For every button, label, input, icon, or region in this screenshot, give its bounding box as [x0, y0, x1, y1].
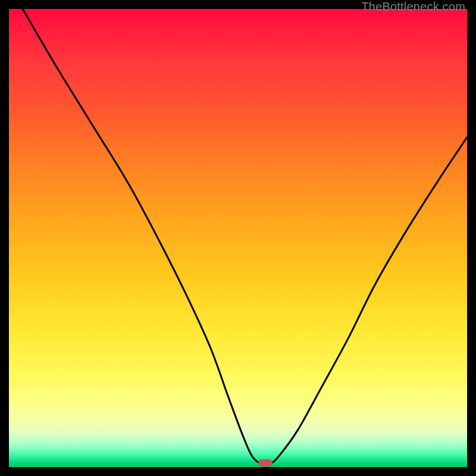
- bottleneck-curve: [23, 9, 467, 465]
- plot-area: [9, 9, 467, 467]
- curve-layer: [9, 9, 467, 467]
- optimum-marker: [258, 459, 273, 466]
- chart-frame: TheBottleneck.com: [0, 0, 476, 476]
- watermark-text: TheBottleneck.com: [361, 0, 465, 14]
